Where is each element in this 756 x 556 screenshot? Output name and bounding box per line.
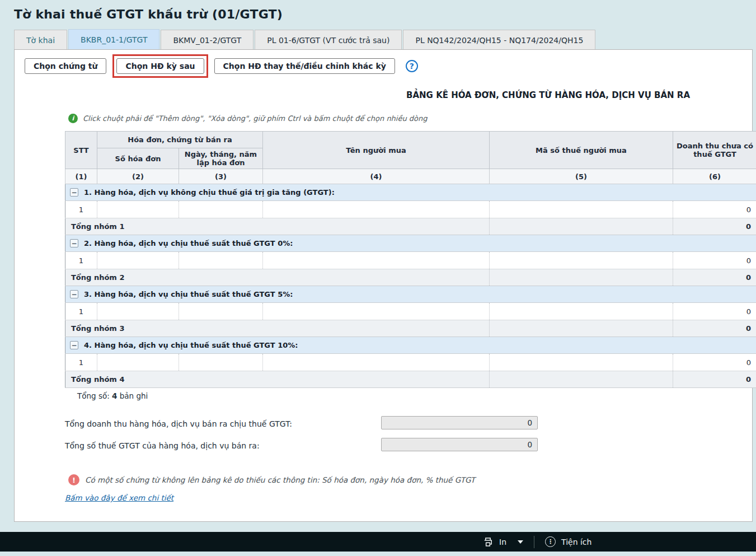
cell-buyer-tax-code[interactable]	[490, 252, 673, 269]
total-spacer	[490, 218, 673, 235]
cell-buyer-name[interactable]	[263, 303, 490, 320]
cell-invoice-no[interactable]	[97, 252, 179, 269]
warning-icon: !	[68, 474, 79, 485]
column-number-row: (1) (2) (3) (4) (5) (6)	[65, 169, 756, 184]
cell-stt[interactable]: 1	[65, 201, 97, 218]
cell-revenue[interactable]: 0	[673, 201, 756, 218]
cell-buyer-tax-code[interactable]	[490, 303, 673, 320]
cell-revenue[interactable]: 0	[673, 303, 756, 320]
section-row-group1: − 1. Hàng hóa, dịch vụ không chịu thuế g…	[65, 184, 756, 201]
collapse-icon[interactable]: −	[70, 239, 78, 247]
col-num-5: (5)	[490, 169, 673, 184]
total-spacer	[490, 371, 673, 388]
section-row-group4: − 4. Hàng hóa, dịch vụ chịu thuế suất th…	[65, 337, 756, 354]
col-num-6: (6)	[673, 169, 756, 184]
help-icon[interactable]: ?	[406, 60, 418, 72]
cell-stt[interactable]: 1	[65, 252, 97, 269]
collapse-icon[interactable]: −	[70, 341, 78, 349]
col-num-1: (1)	[65, 169, 97, 184]
section-label: 1. Hàng hóa, dịch vụ không chịu thuế giá…	[84, 188, 335, 197]
total-label: Tổng nhóm 4	[65, 371, 490, 388]
page-title: Tờ khai thuế GTGT khấu trừ (01/GTGT)	[14, 7, 283, 21]
group-total-row: Tổng nhóm 1 0	[65, 218, 756, 235]
col-num-2: (2)	[97, 169, 179, 184]
group-total-row: Tổng nhóm 4 0	[65, 371, 756, 388]
total-value: 0	[673, 269, 756, 286]
cell-invoice-no[interactable]	[97, 303, 179, 320]
choose-next-period-invoice-button[interactable]: Chọn HĐ kỳ sau	[116, 58, 204, 74]
table-row: 1 0	[65, 354, 756, 371]
col-header-invoice-group: Hóa đơn, chứng từ bán ra	[97, 132, 263, 148]
total-vat-label: Tổng số thuế GTGT của hàng hóa, dịch vụ …	[65, 441, 260, 450]
tab-pl-nq142[interactable]: PL NQ142/2024/QH15 - NQ174/2024/QH15	[403, 30, 595, 50]
cell-buyer-tax-code[interactable]	[490, 201, 673, 218]
tab-bar: Tờ khai BKBR_01-1/GTGT BKMV_01-2/GTGT PL…	[14, 29, 597, 50]
hint-text: Click chuột phải để "Thêm dòng", "Xóa dò…	[83, 114, 428, 123]
footer-divider	[534, 536, 534, 548]
hint-row: i Click chuột phải để "Thêm dòng", "Xóa …	[68, 114, 428, 123]
col-header-revenue: Doanh thu chưa có thuế GTGT	[673, 132, 756, 169]
cell-stt[interactable]: 1	[65, 354, 97, 371]
section-label: 2. Hàng hóa, dịch vụ chịu thuế suất thuế…	[84, 239, 293, 247]
print-label: In	[499, 538, 506, 546]
section-row-group3: − 3. Hàng hóa, dịch vụ chịu thuế suất th…	[65, 286, 756, 303]
content-panel: Chọn chứng từ Chọn HĐ kỳ sau Chọn HĐ tha…	[14, 49, 753, 522]
tab-pl-01-6[interactable]: PL 01-6/GTGT (VT cước trả sau)	[255, 30, 402, 50]
col-header-invoice-no: Số hóa đơn	[97, 148, 179, 169]
table-row: 1 0	[65, 303, 756, 320]
chevron-down-icon[interactable]	[518, 540, 523, 544]
group-total-row: Tổng nhóm 2 0	[65, 269, 756, 286]
tab-to-khai[interactable]: Tờ khai	[14, 30, 67, 50]
total-spacer	[490, 320, 673, 337]
utility-button[interactable]: ⋮ Tiện ích	[545, 536, 591, 547]
group-total-row: Tổng nhóm 3 0	[65, 320, 756, 337]
total-label: Tổng nhóm 2	[65, 269, 490, 286]
cell-invoice-date[interactable]	[179, 303, 263, 320]
collapse-icon[interactable]: −	[70, 290, 78, 298]
cell-invoice-no[interactable]	[97, 201, 179, 218]
print-button[interactable]: In	[482, 536, 506, 548]
toolbar: Chọn chứng từ Chọn HĐ kỳ sau Chọn HĐ tha…	[25, 58, 418, 74]
col-header-invoice-date: Ngày, tháng, năm lập hóa đơn	[179, 148, 263, 169]
cell-invoice-no[interactable]	[97, 354, 179, 371]
col-header-buyer-tax-code: Mã số thuế người mua	[490, 132, 673, 169]
col-num-3: (3)	[179, 169, 263, 184]
cell-invoice-date[interactable]	[179, 201, 263, 218]
table-title: BẢNG KÊ HÓA ĐƠN, CHỨNG TỪ HÀNG HÓA, DỊCH…	[406, 90, 690, 100]
collapse-icon[interactable]: −	[70, 188, 78, 197]
choose-replacement-invoice-button[interactable]: Chọn HĐ thay thế/điều chỉnh khác kỳ	[214, 58, 395, 74]
cell-invoice-date[interactable]	[179, 354, 263, 371]
total-spacer	[490, 269, 673, 286]
view-details-link[interactable]: Bấm vào đây để xem chi tiết	[65, 493, 173, 502]
cell-invoice-date[interactable]	[179, 252, 263, 269]
cell-buyer-tax-code[interactable]	[490, 354, 673, 371]
utility-icon: ⋮	[545, 536, 556, 547]
footer-bar: In ⋮ Tiện ích	[0, 532, 756, 552]
section-row-group2: − 2. Hàng hóa, dịch vụ chịu thuế suất th…	[65, 235, 756, 252]
col-header-stt: STT	[65, 132, 97, 169]
total-value: 0	[673, 371, 756, 388]
col-header-buyer-name: Tên người mua	[263, 132, 490, 169]
table-row: 1 0	[65, 252, 756, 269]
warning-text: Có một số chứng từ không lên bảng kê do …	[85, 475, 475, 484]
total-label: Tổng nhóm 3	[65, 320, 490, 337]
cell-stt[interactable]: 1	[65, 303, 97, 320]
tab-bkmv-01-2[interactable]: BKMV_01-2/GTGT	[161, 30, 253, 50]
section-label: 3. Hàng hóa, dịch vụ chịu thuế suất thuế…	[84, 290, 293, 298]
info-icon: i	[68, 114, 78, 123]
warning-row: ! Có một số chứng từ không lên bảng kê d…	[68, 474, 475, 485]
cell-buyer-name[interactable]	[263, 252, 490, 269]
cell-revenue[interactable]: 0	[673, 252, 756, 269]
tab-bkbr-01-1[interactable]: BKBR_01-1/GTGT	[68, 29, 159, 50]
total-label: Tổng nhóm 1	[65, 218, 490, 235]
utility-label: Tiện ích	[561, 538, 591, 546]
total-value: 0	[673, 320, 756, 337]
choose-document-button[interactable]: Chọn chứng từ	[25, 58, 106, 74]
cell-buyer-name[interactable]	[263, 354, 490, 371]
total-value: 0	[673, 218, 756, 235]
cell-revenue[interactable]: 0	[673, 354, 756, 371]
total-revenue-label: Tổng doanh thu hàng hóa, dịch vụ bán ra …	[65, 419, 292, 428]
cell-buyer-name[interactable]	[263, 201, 490, 218]
section-label: 4. Hàng hóa, dịch vụ chịu thuế suất thuế…	[84, 341, 298, 349]
total-vat-field	[381, 438, 538, 451]
